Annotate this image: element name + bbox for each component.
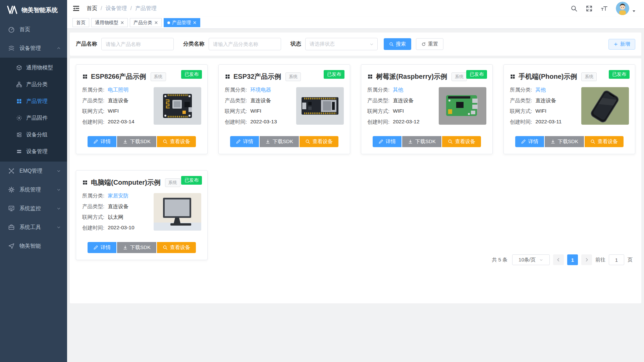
font-size-icon[interactable]: [601, 5, 608, 12]
filter-panel: 产品名称 分类名称 状态 请选择状态 搜索 重置: [70, 33, 641, 56]
firmware-icon: [16, 115, 22, 121]
status-label: 状态: [290, 41, 301, 48]
goto-page-input[interactable]: [609, 254, 624, 265]
category-link[interactable]: 其他: [535, 86, 546, 94]
category-label: 所属分类:: [82, 192, 104, 199]
view-devices-button[interactable]: 查看设备: [585, 136, 624, 147]
created-label: 创建时间:: [225, 119, 247, 126]
search-icon[interactable]: [571, 5, 578, 12]
page-size-select[interactable]: 10条/页: [512, 254, 550, 265]
grid-icon: [510, 74, 516, 79]
sidebar-item-device-list[interactable]: 设备管理: [0, 143, 67, 160]
download-sdk-button[interactable]: 下载SDK: [117, 136, 156, 147]
reset-button[interactable]: 重置: [416, 38, 443, 50]
card-actions: 详情 下载SDK 查看设备: [82, 242, 201, 253]
close-icon[interactable]: [154, 21, 158, 24]
status-select[interactable]: 请选择状态: [305, 38, 378, 50]
pagination-total: 共 5 条: [492, 257, 507, 263]
category-link[interactable]: 家居安防: [108, 192, 128, 199]
logo[interactable]: 物美智能系统: [0, 0, 67, 20]
sidebar-item-label: 产品分类: [26, 81, 48, 88]
product-card: 树莓派(Raspberry)示例 系统 已发布 所属分类:其他 产品类型:直连设…: [361, 64, 493, 154]
add-button-label: 新增: [620, 41, 630, 47]
download-sdk-button[interactable]: 下载SDK: [402, 136, 441, 147]
tab-label: 产品管理: [172, 20, 191, 26]
view-devices-button[interactable]: 查看设备: [300, 136, 338, 147]
product-name-input[interactable]: [101, 38, 174, 50]
view-devices-button[interactable]: 查看设备: [157, 242, 196, 253]
category-link[interactable]: 电工照明: [108, 86, 128, 94]
category-link[interactable]: 环境电器: [250, 86, 271, 94]
detail-button[interactable]: 详情: [230, 136, 259, 147]
card-body: 所属分类:环境电器 产品类型:直连设备 联网方式:WIFI 创建时间:2022-…: [225, 86, 344, 129]
prev-page-button[interactable]: [553, 254, 564, 265]
device-layers-icon: [8, 45, 15, 52]
detail-button[interactable]: 详情: [88, 136, 116, 147]
breadcrumb-home[interactable]: 首页: [87, 5, 97, 12]
download-sdk-button[interactable]: 下载SDK: [260, 136, 299, 147]
download-sdk-button[interactable]: 下载SDK: [545, 136, 584, 147]
status-badge: 已发布: [181, 176, 202, 185]
sidebar-item-system-monitor[interactable]: 系统监控: [0, 199, 67, 218]
detail-button[interactable]: 详情: [515, 136, 544, 147]
search-button[interactable]: 搜索: [384, 38, 411, 50]
sidebar-fold-icon[interactable]: [72, 5, 80, 12]
current-page[interactable]: 1: [567, 254, 578, 265]
tab-thing-model[interactable]: 通用物模型: [91, 18, 128, 27]
sidebar-item-wumei[interactable]: 物美智能: [0, 237, 67, 255]
tab-label: 首页: [76, 20, 86, 26]
add-button[interactable]: 新增: [608, 39, 635, 50]
category-label: 所属分类:: [510, 86, 532, 94]
sidebar-item-product-category[interactable]: 产品分类: [0, 76, 67, 93]
sidebar-item-device-mgmt[interactable]: 设备管理: [0, 39, 67, 58]
sidebar-item-home[interactable]: 首页: [0, 20, 67, 39]
detail-button[interactable]: 详情: [373, 136, 401, 147]
close-icon[interactable]: [193, 21, 197, 24]
view-devices-button-label: 查看设备: [313, 138, 333, 145]
sidebar-item-product-mgmt[interactable]: 产品管理: [0, 93, 67, 110]
card-body: 所属分类:电工照明 产品类型:直连设备 联网方式:WIFI 创建时间:2022-…: [82, 86, 201, 129]
top-bar: 首页 / 设备管理 / 产品管理: [67, 0, 644, 17]
user-menu[interactable]: [616, 2, 636, 15]
product-name-label: 产品名称: [76, 41, 97, 48]
view-devices-button[interactable]: 查看设备: [442, 136, 481, 147]
product-card: ESP8266产品示例 系统 已发布 所属分类:电工照明 产品类型:直连设备 联…: [76, 64, 208, 154]
download-sdk-button[interactable]: 下载SDK: [117, 242, 156, 253]
card-actions: 详情 下载SDK 查看设备: [225, 136, 344, 147]
esp32-product-image: [296, 87, 344, 125]
sidebar-item-product-firmware[interactable]: 产品固件: [0, 110, 67, 126]
sidebar-item-device-group[interactable]: 设备分组: [0, 126, 67, 143]
detail-button[interactable]: 详情: [88, 242, 116, 253]
chevron-down-icon: [369, 42, 374, 47]
breadcrumb-device-mgmt[interactable]: 设备管理: [105, 5, 127, 12]
detail-button-label: 详情: [528, 138, 538, 145]
sidebar-item-system-mgmt[interactable]: 系统管理: [0, 180, 67, 199]
close-icon[interactable]: [120, 21, 124, 24]
tab-product-mgmt[interactable]: 产品管理: [164, 18, 200, 27]
cards-grid: ESP8266产品示例 系统 已发布 所属分类:电工照明 产品类型:直连设备 联…: [76, 64, 635, 260]
card-fields: 所属分类:环境电器 产品类型:直连设备 联网方式:WIFI 创建时间:2022-…: [225, 86, 296, 129]
active-tab-dot: [167, 21, 170, 24]
tab-home[interactable]: 首页: [72, 18, 89, 27]
sidebar-submenu-device: 通用物模型 产品分类 产品管理 产品固件 设备分组: [0, 58, 67, 162]
tab-product-category[interactable]: 产品分类: [130, 18, 162, 27]
caret-down-icon: [632, 9, 636, 13]
computer-product-image: [154, 193, 201, 231]
avatar[interactable]: [616, 2, 629, 15]
next-page-button[interactable]: [581, 254, 592, 265]
grid-icon: [82, 74, 88, 79]
category-link[interactable]: 其他: [393, 86, 403, 94]
sidebar-item-thing-model[interactable]: 通用物模型: [0, 59, 67, 76]
sidebar: 物美智能系统 首页 设备管理 通用物模型: [0, 0, 67, 362]
bars-icon: [16, 148, 22, 155]
sidebar-item-label: 系统监控: [19, 205, 41, 212]
fullscreen-icon[interactable]: [586, 5, 593, 12]
sidebar-item-emq[interactable]: EMQ管理: [0, 162, 67, 180]
view-devices-button[interactable]: 查看设备: [157, 136, 196, 147]
type-value: 直连设备: [250, 97, 271, 104]
refresh-icon: [421, 42, 426, 47]
sidebar-item-system-tools[interactable]: 系统工具: [0, 218, 67, 237]
edit-icon: [93, 245, 98, 250]
category-name-input[interactable]: [209, 38, 281, 50]
created-label: 创建时间:: [367, 119, 389, 126]
